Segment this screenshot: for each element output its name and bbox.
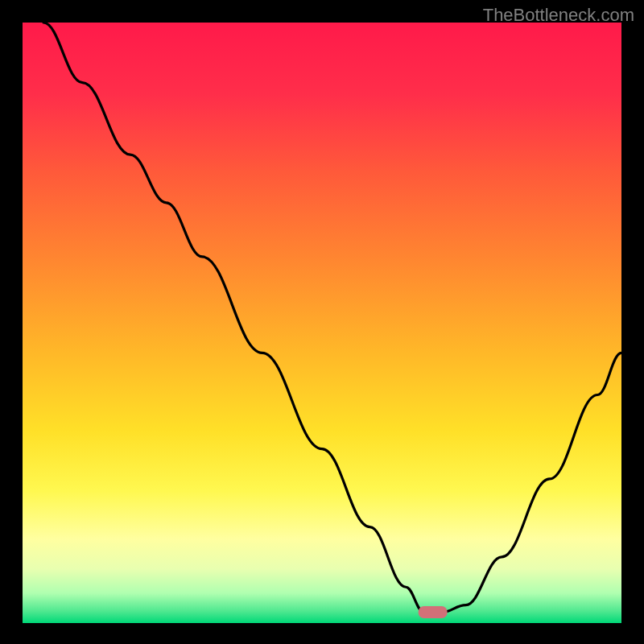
chart-svg [0, 0, 644, 644]
plot-background [23, 23, 621, 623]
chart-bottom-border [0, 623, 644, 644]
optimal-marker [419, 606, 448, 618]
watermark-text: TheBottleneck.com [483, 5, 634, 26]
chart-container: TheBottleneck.com [0, 0, 644, 644]
